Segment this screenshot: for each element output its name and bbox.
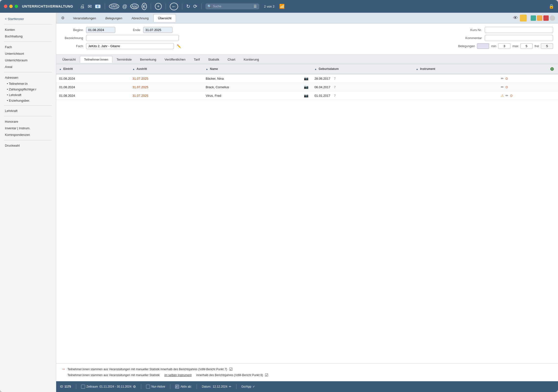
- fach-input[interactable]: [86, 43, 174, 49]
- tab-belegungen[interactable]: Belegungen: [101, 14, 127, 22]
- frei-input: [541, 43, 553, 49]
- sidebar-item-buchhaltung[interactable]: Buchhaltung: [0, 33, 56, 40]
- sub-tab-veroeffentlichen[interactable]: Veröffentlichen: [161, 56, 190, 63]
- eye-icon[interactable]: 👁: [513, 15, 518, 21]
- search-box[interactable]: 🔍 ☰: [205, 3, 259, 9]
- id-label: ID: [60, 385, 63, 388]
- sidebar-item-fach[interactable]: Fach: [0, 44, 56, 50]
- camera-icon[interactable]: 📷: [304, 76, 309, 80]
- app-icon[interactable]: App: [130, 4, 139, 9]
- gear-button[interactable]: ⚙: [59, 14, 66, 22]
- back-icon[interactable]: ←: [170, 3, 178, 10]
- col-austritt[interactable]: ▲ Austritt: [129, 64, 203, 74]
- sidebar-item-honorare[interactable]: Honorare: [0, 118, 56, 125]
- camera-icon-2[interactable]: 📷: [304, 85, 309, 89]
- mail-icon[interactable]: ✉: [88, 3, 92, 9]
- tab-abrechnung[interactable]: Abrechnung: [127, 14, 153, 22]
- sub-tab-terminliste[interactable]: Terminliste: [112, 56, 136, 63]
- note-text-1: Teilnehmer:innen stammen aus Veranstaltu…: [67, 368, 227, 371]
- edit-datum-icon[interactable]: ✏: [229, 385, 231, 388]
- status-light-gray: [550, 15, 555, 21]
- go-app-label: Go/App: [241, 385, 251, 388]
- sub-tab-uebersicht[interactable]: Übersicht: [58, 56, 80, 63]
- refresh-icon[interactable]: ↻: [186, 3, 190, 9]
- zeitraum-gear-icon[interactable]: ⚙: [133, 385, 136, 389]
- status-go-app[interactable]: Go/App ✓: [241, 385, 255, 388]
- camera-icon-3[interactable]: 📷: [304, 93, 309, 98]
- fach-label: Fach: [61, 44, 83, 48]
- note-icon[interactable]: [520, 15, 527, 22]
- frei-label: frei: [535, 44, 539, 48]
- col-instrument[interactable]: ▲ Instrument: [413, 64, 498, 74]
- max-input[interactable]: [520, 43, 533, 49]
- cell-austritt-3: 31.07.2025: [129, 91, 203, 100]
- sidebar-item-areal[interactable]: Areal: [0, 64, 56, 70]
- kurs-nr-label: Kurs Nr.: [460, 28, 482, 32]
- minimize-button[interactable]: [9, 5, 13, 8]
- col-geburtsdatum[interactable]: ▲ Geburtsdatum: [311, 64, 413, 74]
- add-icon[interactable]: +: [155, 3, 162, 10]
- checkbox-2[interactable]: ☑: [265, 373, 268, 377]
- sidebar-item-druckwahl[interactable]: Druckwahl: [0, 142, 56, 149]
- table-row: 01.08.2024 31.07.2025 Brack, Cornelius 📷…: [56, 83, 558, 91]
- mail2-icon[interactable]: 📧: [95, 3, 101, 9]
- kommentar-label: Kommentar: [460, 36, 482, 40]
- arrow-icon-1: →: [61, 367, 65, 372]
- print-icon[interactable]: 🖨: [80, 4, 85, 9]
- sub-tab-tarif[interactable]: Tarif: [190, 56, 204, 63]
- navigate-button-1[interactable]: ⊙: [505, 76, 508, 80]
- sidebar-item-inventar[interactable]: Inventar | Instrum.: [0, 125, 56, 131]
- sidebar-item-korrespondenzen[interactable]: Korrespondenzen: [0, 131, 56, 138]
- kurs-nr-input[interactable]: [485, 27, 553, 33]
- navigate-button-3[interactable]: ⊙: [510, 94, 513, 98]
- sidebar-item-unterrichtsort[interactable]: Unterrichtsort: [0, 50, 56, 57]
- sidebar-item-zahlungspflichtige[interactable]: • Zahlungspflichtige:r: [0, 87, 56, 92]
- kommentar-input[interactable]: [485, 35, 553, 41]
- sub-tab-statistik[interactable]: Statistik: [204, 56, 224, 63]
- sidebar-item-erziehungsber[interactable]: • Erziehungsber.: [0, 98, 56, 103]
- at-icon[interactable]: @: [122, 4, 127, 9]
- checkbox-1[interactable]: ☑: [229, 367, 233, 371]
- sub-tab-teilnehmer[interactable]: Teilnehmer:innen: [80, 56, 112, 63]
- ende-input[interactable]: [143, 27, 172, 33]
- cell-eintritt-1: 01.08.2024: [56, 74, 129, 83]
- zeitraum-checkbox[interactable]: [81, 385, 85, 389]
- min-input[interactable]: [498, 43, 510, 49]
- maximize-button[interactable]: [15, 5, 18, 8]
- sub-tab-bemerkung[interactable]: Bemerkung: [136, 56, 160, 63]
- sidebar-item-konten[interactable]: Konten: [0, 26, 56, 33]
- bezeichnung-input[interactable]: [86, 35, 179, 41]
- sidebar-item-lehrkraft[interactable]: Lehrkraft: [0, 108, 56, 114]
- aktiv-ab-checkbox[interactable]: ✓: [175, 385, 179, 389]
- euro-icon[interactable]: €: [142, 3, 147, 10]
- tab-veranstaltungen[interactable]: Veranstaltungen: [68, 14, 101, 22]
- sync-icon[interactable]: ⟳: [193, 3, 197, 9]
- sidebar-item-teilnehmer[interactable]: • Teilnehmer:in: [0, 81, 56, 87]
- ende-label: Ende: [118, 28, 140, 32]
- tabs-right: 👁: [513, 15, 555, 22]
- edit-button-2[interactable]: ✏: [501, 85, 504, 89]
- edit-button-3[interactable]: ✏: [505, 94, 508, 98]
- nur-aktive-checkbox[interactable]: [146, 385, 150, 389]
- sub-tabs: Übersicht Teilnehmer:innen Terminliste B…: [56, 55, 558, 64]
- beginn-input[interactable]: [86, 27, 115, 33]
- cell-austritt-1: 31.07.2025: [129, 74, 203, 83]
- col-add[interactable]: ⊕: [498, 64, 558, 74]
- sidebar-item-lehrkraft-addr[interactable]: • Lehrkraft: [0, 92, 56, 98]
- close-button[interactable]: [4, 5, 7, 8]
- col-name[interactable]: ▲ Name: [203, 64, 301, 74]
- search-input[interactable]: [213, 5, 252, 8]
- edit-fach-icon[interactable]: ✏️: [177, 44, 181, 48]
- edit-button-1[interactable]: ✏: [501, 76, 504, 80]
- add-participant-button[interactable]: ⊕: [550, 66, 554, 72]
- sidebar-item-back[interactable]: < Startfenster: [0, 16, 56, 22]
- sub-tab-kontierung[interactable]: Kontierung: [239, 56, 263, 63]
- tab-uebersicht[interactable]: Übersicht: [153, 14, 176, 22]
- list-icon[interactable]: ☰: [254, 4, 257, 8]
- search-icon: 🔍: [207, 4, 212, 8]
- sidebar-item-unterrichtsraum[interactable]: Unterrichtsraum: [0, 57, 56, 64]
- col-eintritt[interactable]: ▲ Eintritt: [56, 64, 129, 74]
- sms-icon[interactable]: SMS: [109, 4, 119, 9]
- sub-tab-chart[interactable]: Chart: [223, 56, 239, 63]
- navigate-button-2[interactable]: ⊙: [505, 85, 508, 89]
